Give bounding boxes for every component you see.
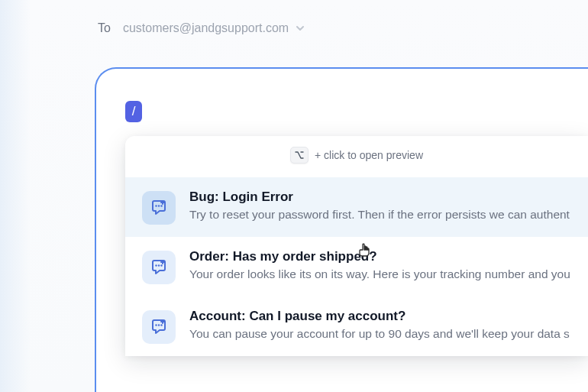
preview-hint-text: + click to open preview <box>315 149 423 161</box>
svg-point-4 <box>158 264 160 266</box>
svg-point-8 <box>160 324 162 326</box>
to-email-dropdown[interactable]: customers@jandgsupport.com <box>123 21 305 35</box>
to-email-value: customers@jandgsupport.com <box>123 21 289 35</box>
svg-point-7 <box>158 324 160 326</box>
suggestion-item[interactable]: Account: Can I pause my account? You can… <box>125 296 588 356</box>
option-key-icon <box>290 147 309 164</box>
chevron-down-icon <box>295 23 305 34</box>
suggestion-text: Bug: Login Error Try to reset your passw… <box>189 190 570 222</box>
left-gradient <box>0 0 31 392</box>
preview-hint: + click to open preview <box>125 136 588 177</box>
canned-response-icon <box>142 191 176 225</box>
svg-point-2 <box>160 205 162 206</box>
svg-point-0 <box>155 205 157 206</box>
canned-response-icon <box>142 251 176 284</box>
suggestion-title: Order: Has my order shipped? <box>189 249 570 264</box>
suggestion-description: Your order looks like its on its way. He… <box>189 267 570 281</box>
suggestion-text: Account: Can I pause my account? You can… <box>189 309 570 341</box>
suggestion-description: You can pause your account for up to 90 … <box>189 327 570 341</box>
suggestions-panel: + click to open preview Bug: Login Error… <box>125 136 588 356</box>
svg-point-5 <box>160 264 162 266</box>
slash-command-badge: / <box>125 101 142 122</box>
suggestion-title: Account: Can I pause my account? <box>189 309 570 324</box>
suggestion-title: Bug: Login Error <box>189 190 570 205</box>
suggestion-item[interactable]: Order: Has my order shipped? Your order … <box>125 237 588 296</box>
recipient-row: To customers@jandgsupport.com <box>98 21 305 35</box>
svg-point-1 <box>158 205 160 206</box>
suggestion-item[interactable]: Bug: Login Error Try to reset your passw… <box>125 177 588 237</box>
suggestion-description: Try to reset your password first. Then i… <box>189 208 570 222</box>
suggestion-text: Order: Has my order shipped? Your order … <box>189 249 570 281</box>
svg-point-3 <box>155 264 157 266</box>
canned-response-icon <box>142 310 176 344</box>
to-label: To <box>98 21 111 35</box>
svg-point-6 <box>155 324 157 326</box>
compose-area[interactable]: / + click to open preview Bug <box>95 67 588 392</box>
